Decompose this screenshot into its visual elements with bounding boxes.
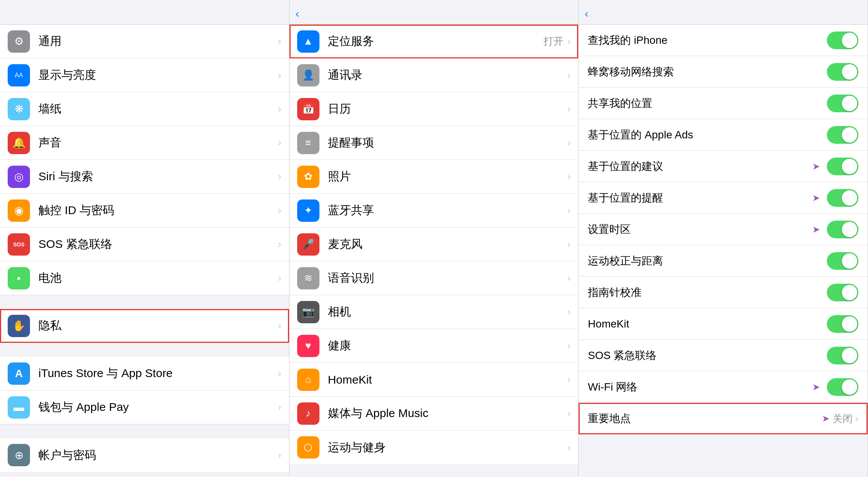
toggle-homekit2[interactable] — [827, 315, 858, 333]
chevron-icon-account: › — [278, 449, 281, 461]
toggle-motion-calibrate[interactable] — [827, 252, 858, 270]
system-row-share-location[interactable]: 共享我的位置 — [579, 88, 868, 119]
system-services-panel: ‹ 查找我的 iPhone 蜂窝移动网络搜索 共享我的位置 基于位置的 Appl… — [579, 0, 868, 477]
system-row-location-remind[interactable]: 基于位置的提醒 ➤ — [579, 182, 868, 214]
system-row-sos2[interactable]: SOS 紧急联络 — [579, 340, 868, 371]
label-calendar: 日历 — [328, 101, 567, 117]
privacy-row-speech[interactable]: ≋ 语音识别 › — [289, 261, 579, 295]
label-apple-ads: 基于位置的 Apple Ads — [588, 128, 823, 142]
label-photos: 照片 — [328, 169, 567, 184]
system-row-cell-search[interactable]: 蜂窝移动网络搜索 — [579, 56, 868, 88]
system-row-compass[interactable]: 指南针校准 — [579, 277, 868, 308]
settings-row-display[interactable]: AA 显示与亮度 › — [0, 58, 289, 92]
chevron-icon-general: › — [278, 35, 281, 47]
toggle-compass[interactable] — [827, 284, 858, 301]
system-row-motion-calibrate[interactable]: 运动校正与距离 — [579, 245, 868, 277]
privacy-header: ‹ — [289, 0, 579, 25]
privacy-row-bluetooth[interactable]: ✦ 蓝牙共享 › — [289, 194, 579, 228]
chevron-icon-photos: › — [567, 171, 571, 183]
chevron-icon-camera: › — [567, 306, 571, 318]
privacy-row-health[interactable]: ♥ 健康 › — [289, 329, 579, 363]
settings-row-siri[interactable]: ◎ Siri 与搜索 › — [0, 160, 289, 194]
chevron-icon-touchid: › — [278, 204, 281, 216]
settings-row-touchid[interactable]: ◉ 触控 ID 与密码 › — [0, 194, 289, 228]
system-row-timezone[interactable]: 设置时区 ➤ — [579, 214, 868, 245]
label-important-places: 重要地点 — [588, 411, 822, 426]
privacy-row-contacts[interactable]: 👤 通讯录 › — [289, 58, 579, 92]
toggle-share-location[interactable] — [827, 95, 858, 112]
label-cell-search: 蜂窝移动网络搜索 — [588, 65, 823, 79]
settings-row-account[interactable]: ⊕ 帐户与密码 › — [0, 438, 289, 472]
label-sound: 声音 — [38, 135, 278, 151]
privacy-row-camera[interactable]: 📷 相机 › — [289, 295, 579, 329]
label-microphone: 麦克风 — [328, 236, 567, 252]
privacy-row-reminders[interactable]: ≡ 提醒事项 › — [289, 126, 579, 160]
settings-row-privacy[interactable]: ✋ 隐私 › — [0, 309, 289, 343]
toggle-location-remind[interactable] — [827, 189, 858, 207]
icon-siri: ◎ — [8, 166, 30, 188]
label-motion-calibrate: 运动校正与距离 — [588, 254, 823, 268]
icon-sound: 🔔 — [8, 132, 30, 154]
privacy-row-microphone[interactable]: 🎤 麦克风 › — [289, 228, 579, 261]
chevron-icon-health: › — [567, 340, 571, 352]
chevron-icon-contacts: › — [567, 69, 571, 81]
chevron-icon-important-places: › — [855, 413, 858, 425]
label-wifi-net: Wi-Fi 网络 — [588, 380, 812, 394]
label-account: 帐户与密码 — [38, 447, 278, 463]
privacy-row-photos[interactable]: ✿ 照片 › — [289, 160, 579, 194]
icon-contacts: 👤 — [297, 64, 319, 86]
privacy-row-media[interactable]: ♪ 媒体与 Apple Music › — [289, 397, 579, 430]
label-sos: SOS 紧急联络 — [38, 236, 278, 252]
back-to-location[interactable]: ‹ — [585, 8, 590, 20]
chevron-icon-siri: › — [278, 171, 281, 183]
settings-row-itunes[interactable]: A iTunes Store 与 App Store › — [0, 357, 289, 391]
chevron-icon-itunes: › — [278, 367, 281, 379]
icon-bluetooth: ✦ — [297, 199, 319, 222]
system-row-wifi-net[interactable]: Wi-Fi 网络 ➤ — [579, 371, 868, 403]
system-row-homekit2[interactable]: HomeKit — [579, 308, 868, 340]
location-arrow-location-remind: ➤ — [812, 193, 820, 203]
privacy-row-homekit[interactable]: ⌂ HomeKit › — [289, 363, 579, 397]
settings-row-sos[interactable]: SOS SOS 紧急联络 › — [0, 228, 289, 261]
icon-microphone: 🎤 — [297, 233, 319, 256]
chevron-icon-speech: › — [567, 272, 571, 284]
toggle-cell-search[interactable] — [827, 63, 858, 81]
icon-calendar: 📅 — [297, 98, 319, 120]
label-privacy: 隐私 — [38, 318, 278, 334]
settings-row-wallet[interactable]: ▬ 钱包与 Apple Pay › — [0, 391, 289, 424]
toggle-wifi-net[interactable] — [827, 378, 858, 396]
label-display: 显示与亮度 — [38, 67, 278, 83]
label-motion: 运动与健身 — [328, 440, 567, 455]
icon-display: AA — [8, 64, 30, 86]
label-location: 定位服务 — [328, 33, 544, 49]
settings-row-wallpaper[interactable]: ❋ 墙纸 › — [0, 92, 289, 126]
privacy-row-motion[interactable]: ⬡ 运动与健身 › — [289, 430, 579, 464]
back-chevron-icon2: ‹ — [585, 8, 588, 20]
toggle-apple-ads[interactable] — [827, 126, 858, 144]
divider-2 — [0, 424, 289, 438]
icon-general: ⚙ — [8, 30, 30, 53]
toggle-sos2[interactable] — [827, 347, 858, 364]
label-speech: 语音识别 — [328, 270, 567, 286]
privacy-row-calendar[interactable]: 📅 日历 › — [289, 92, 579, 126]
settings-row-general[interactable]: ⚙ 通用 › — [0, 25, 289, 58]
system-row-location-suggest[interactable]: 基于位置的建议 ➤ — [579, 151, 868, 182]
system-row-apple-ads[interactable]: 基于位置的 Apple Ads — [579, 119, 868, 151]
privacy-row-location[interactable]: ▲ 定位服务 打开 › — [289, 25, 579, 58]
toggle-find-iphone[interactable] — [827, 32, 858, 49]
label-homekit2: HomeKit — [588, 318, 823, 330]
settings-header — [0, 0, 289, 25]
settings-row-sound[interactable]: 🔔 声音 › — [0, 126, 289, 160]
label-camera: 相机 — [328, 304, 567, 320]
back-to-settings[interactable]: ‹ — [296, 8, 301, 20]
label-contacts: 通讯录 — [328, 67, 567, 83]
system-row-find-iphone[interactable]: 查找我的 iPhone — [579, 25, 868, 56]
toggle-location-suggest[interactable] — [827, 158, 858, 175]
system-row-important-places[interactable]: 重要地点 ➤ 关闭 › — [579, 403, 868, 434]
divider-1 — [0, 343, 289, 357]
settings-row-battery[interactable]: ▪ 电池 › — [0, 261, 289, 295]
chevron-icon-wallet: › — [278, 401, 281, 413]
toggle-timezone[interactable] — [827, 221, 858, 238]
chevron-icon-privacy: › — [278, 320, 281, 332]
label-homekit: HomeKit — [328, 373, 567, 386]
